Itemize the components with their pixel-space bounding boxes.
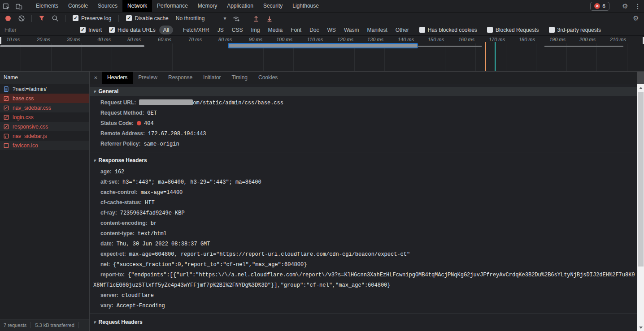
script-icon <box>3 133 9 139</box>
section-response-headers[interactable]: Response Headers <box>90 156 637 165</box>
invert-checkbox[interactable]: Invert <box>80 27 102 33</box>
tab-initiator[interactable]: Initiator <box>198 72 226 84</box>
blocked-requests-checkbox[interactable]: Blocked Requests <box>487 27 539 33</box>
details-scrollbar[interactable] <box>637 84 644 331</box>
type-filter-other[interactable]: Other <box>392 27 413 33</box>
request-row[interactable]: ?next=/admin/ <box>0 84 89 94</box>
header-name: Status Code: <box>100 120 134 126</box>
tick-label: 160 ms <box>458 37 474 42</box>
header-name: Remote Address: <box>100 130 145 137</box>
filter-input[interactable] <box>1 27 76 33</box>
preserve-log-checkbox[interactable]: Preserve log <box>73 15 111 21</box>
disable-cache-checkbox[interactable]: Disable cache <box>126 15 168 21</box>
section-title: Response Headers <box>99 157 147 163</box>
export-har-icon[interactable] <box>263 12 276 24</box>
clear-network-log-icon[interactable] <box>15 12 28 24</box>
request-row[interactable]: nav_sidebar.css <box>0 103 89 112</box>
type-filter-fetch-xhr[interactable]: Fetch/XHR <box>179 27 213 33</box>
scroll-down-button[interactable] <box>637 324 644 331</box>
tab-security[interactable]: Security <box>258 0 287 12</box>
tab-headers[interactable]: Headers <box>102 72 133 84</box>
throttling-select[interactable]: No throttling <box>176 15 226 21</box>
type-filter-all[interactable]: All <box>159 26 173 34</box>
request-row[interactable]: responsive.css <box>0 122 89 131</box>
header-name: Request URL: <box>100 99 136 106</box>
section-general[interactable]: General <box>90 87 637 96</box>
tab-lighthouse[interactable]: Lighthouse <box>287 0 324 12</box>
tab-elements[interactable]: Elements <box>31 0 63 12</box>
section-request-headers[interactable]: Request Headers <box>90 318 637 327</box>
header-name: cache-control: <box>100 189 138 195</box>
more-options-kebab-icon[interactable] <box>631 0 644 12</box>
tick-label: 150 ms <box>428 37 444 42</box>
overview-window-handle-left[interactable] <box>0 37 1 44</box>
import-har-icon[interactable] <box>250 12 262 24</box>
tab-sources[interactable]: Sources <box>93 0 122 12</box>
header-value: {"endpoints":[{"url":"https:\/\/a.nel.cl… <box>93 272 635 288</box>
type-filter-css[interactable]: CSS <box>228 27 247 33</box>
type-filter-media[interactable]: Media <box>264 27 287 33</box>
tab-timing[interactable]: Timing <box>226 72 253 84</box>
request-row[interactable]: login.css <box>0 112 89 122</box>
checkbox-unchecked-icon[interactable] <box>549 27 555 33</box>
network-settings-gear-icon[interactable] <box>630 12 642 24</box>
request-row-selected[interactable]: base.css <box>0 94 89 103</box>
scrollbar-thumb[interactable] <box>638 92 644 267</box>
checkbox-checked-icon[interactable] <box>109 27 115 33</box>
load-event-line <box>495 42 496 71</box>
settings-gear-icon[interactable] <box>619 0 631 12</box>
has-blocked-cookies-checkbox[interactable]: Has blocked cookies <box>419 27 477 33</box>
checkbox-unchecked-icon[interactable] <box>419 27 425 33</box>
type-filter-manifest[interactable]: Manifest <box>363 27 391 33</box>
tab-response[interactable]: Response <box>163 72 198 84</box>
request-row[interactable]: nav_sidebar.js <box>0 131 89 141</box>
type-filter-font[interactable]: Font <box>287 27 305 33</box>
tab-console[interactable]: Console <box>63 0 93 12</box>
type-filter-js[interactable]: JS <box>213 27 228 33</box>
headers-view: General Request URL:om/static/admin/css/… <box>90 84 644 331</box>
request-name: favicon.ico <box>13 142 38 149</box>
filter-funnel-icon[interactable] <box>35 12 48 24</box>
name-column-header[interactable]: Name <box>0 72 89 84</box>
overview-activity-line <box>544 46 623 47</box>
network-overview-timeline[interactable]: 10 ms 20 ms 30 ms 40 ms 50 ms 60 ms 70 m… <box>0 36 644 72</box>
device-toolbar-icon[interactable] <box>13 0 25 12</box>
type-filter-img[interactable]: Img <box>247 27 264 33</box>
close-details-icon[interactable] <box>90 72 102 84</box>
third-party-requests-checkbox[interactable]: 3rd-party requests <box>549 27 601 33</box>
search-icon[interactable] <box>49 12 61 24</box>
type-filter-wasm[interactable]: Wasm <box>340 27 363 33</box>
request-row[interactable]: favicon.ico <box>0 141 89 150</box>
section-title: Request Headers <box>99 319 143 325</box>
tab-application[interactable]: Application <box>222 0 258 12</box>
triangle-down-icon <box>93 157 96 163</box>
scroll-up-button[interactable] <box>637 84 644 91</box>
checkbox-checked-icon[interactable] <box>126 15 132 21</box>
checkbox-checked-icon[interactable] <box>80 27 86 33</box>
record-network-log-icon[interactable] <box>5 16 11 21</box>
tick-label: 110 ms <box>307 37 323 42</box>
console-error-badge[interactable]: 6 <box>590 2 609 11</box>
hide-data-urls-checkbox[interactable]: Hide data URLs <box>109 27 156 33</box>
tab-performance[interactable]: Performance <box>152 0 193 12</box>
type-filter-doc[interactable]: Doc <box>305 27 323 33</box>
request-name: nav_sidebar.css <box>13 105 51 111</box>
tab-network[interactable]: Network <box>122 0 152 12</box>
stylesheet-icon <box>3 95 9 102</box>
request-name: ?next=/admin/ <box>13 86 47 92</box>
header-name: Referrer Policy: <box>100 141 140 147</box>
error-status-dot-icon <box>137 121 141 125</box>
chevron-up-icon <box>639 87 643 89</box>
checkbox-checked-icon[interactable] <box>73 15 78 21</box>
tab-memory[interactable]: Memory <box>193 0 222 12</box>
header-line: cache-control:max-age=14400 <box>90 187 637 198</box>
header-line: expect-ct:max-age=604800, report-uri="ht… <box>90 249 637 259</box>
network-conditions-icon[interactable] <box>230 12 242 24</box>
tab-cookies[interactable]: Cookies <box>253 72 283 84</box>
inspect-element-icon[interactable] <box>0 0 13 12</box>
triangle-down-icon <box>93 88 96 95</box>
header-value: cloudflare <box>122 292 154 299</box>
tab-preview[interactable]: Preview <box>133 72 163 84</box>
checkbox-unchecked-icon[interactable] <box>487 27 493 33</box>
type-filter-ws[interactable]: WS <box>323 27 340 33</box>
